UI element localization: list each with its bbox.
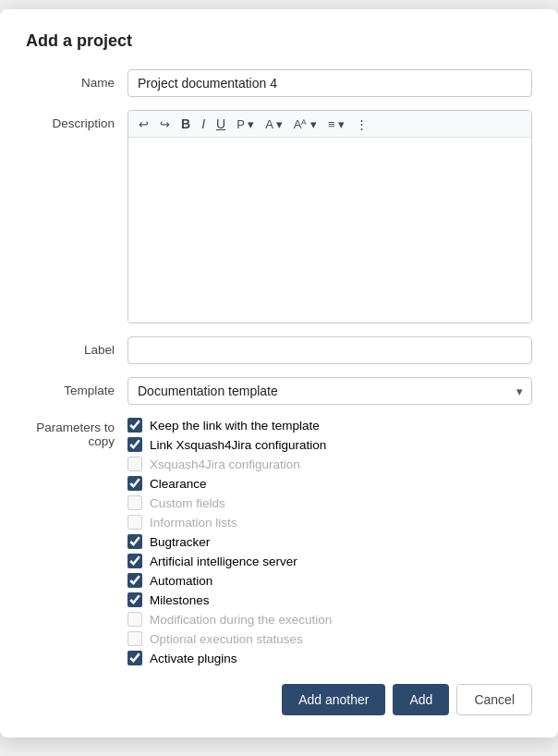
param-item: Information lists	[127, 515, 332, 530]
font-size-button[interactable]: Aᴬ ▾	[289, 116, 321, 133]
param-label-xsquash_config: Xsquash4Jira configuration	[150, 457, 300, 471]
font-color-button[interactable]: A ▾	[261, 116, 287, 133]
param-label-keep_link[interactable]: Keep the link with the template	[150, 419, 320, 433]
name-field-wrapper	[127, 69, 532, 97]
param-checkbox-xsquash_config	[127, 457, 142, 471]
param-label-activate_plugins[interactable]: Activate plugins	[150, 652, 237, 665]
param-label-bugtracker[interactable]: Bugtracker	[150, 535, 210, 549]
param-checkbox-link_xsquash[interactable]	[127, 437, 142, 452]
param-label-automation[interactable]: Automation	[150, 574, 212, 588]
bold-button[interactable]: B	[176, 115, 195, 133]
param-checkbox-custom_fields	[127, 495, 142, 510]
redo-button[interactable]: ↪	[155, 116, 175, 133]
template-select[interactable]: Documentation template Default template …	[127, 377, 532, 405]
param-checkbox-automation[interactable]	[127, 573, 142, 588]
params-list: Keep the link with the templateLink Xsqu…	[127, 418, 332, 665]
name-input[interactable]	[127, 69, 532, 97]
param-checkbox-milestones[interactable]	[127, 592, 142, 607]
italic-button[interactable]: I	[197, 115, 210, 133]
undo-button[interactable]: ↩	[134, 116, 153, 133]
paragraph-icon: P ▾	[237, 117, 254, 131]
param-checkbox-ai_server[interactable]	[127, 554, 142, 568]
description-label: Description	[26, 110, 127, 130]
param-checkbox-activate_plugins[interactable]	[127, 651, 142, 665]
add-project-dialog: Add a project Name Description ↩ ↪ B I U…	[0, 9, 558, 738]
editor-toolbar: ↩ ↪ B I U P ▾ A ▾ Aᴬ ▾ ≡ ▾	[128, 111, 531, 138]
more-button[interactable]: ⋮	[351, 116, 372, 133]
param-item: Activate plugins	[127, 651, 332, 665]
param-label-milestones[interactable]: Milestones	[150, 593, 210, 607]
param-label-link_xsquash[interactable]: Link Xsquash4Jira configuration	[150, 438, 326, 452]
font-color-icon: A ▾	[265, 117, 283, 131]
param-item: Custom fields	[127, 495, 332, 510]
param-item: Modification during the execution	[127, 612, 332, 627]
param-checkbox-keep_link[interactable]	[127, 418, 142, 433]
underline-button[interactable]: U	[212, 115, 230, 133]
name-row: Name	[26, 69, 532, 97]
param-item: Keep the link with the template	[127, 418, 332, 433]
label-label: Label	[26, 336, 127, 357]
template-dropdown-wrapper: Documentation template Default template …	[127, 377, 532, 405]
label-input[interactable]	[127, 336, 532, 364]
param-checkbox-bugtracker[interactable]	[127, 534, 142, 549]
param-item: Optional execution statuses	[127, 631, 332, 646]
param-item: Link Xsquash4Jira configuration	[127, 437, 332, 452]
param-checkbox-information_lists	[127, 515, 142, 530]
template-row: Template Documentation template Default …	[26, 377, 532, 405]
cancel-button[interactable]: Cancel	[456, 684, 532, 715]
description-editor: ↩ ↪ B I U P ▾ A ▾ Aᴬ ▾ ≡ ▾	[127, 110, 532, 323]
name-label: Name	[26, 69, 127, 90]
params-label: Parameters to copy	[26, 418, 127, 448]
add-button[interactable]: Add	[393, 684, 449, 715]
param-label-clearance[interactable]: Clearance	[150, 477, 207, 491]
label-field-wrapper	[127, 336, 532, 364]
list-icon: ≡ ▾	[328, 117, 345, 131]
font-size-icon: Aᴬ ▾	[294, 117, 317, 131]
description-body[interactable]	[128, 138, 531, 323]
param-item: Milestones	[127, 592, 332, 607]
list-button[interactable]: ≡ ▾	[323, 116, 349, 133]
dialog-footer: Add another Add Cancel	[26, 684, 532, 715]
param-item: Bugtracker	[127, 534, 332, 549]
editor-wrapper: ↩ ↪ B I U P ▾ A ▾ Aᴬ ▾ ≡ ▾	[127, 110, 532, 323]
params-section: Parameters to copy Keep the link with th…	[26, 418, 532, 665]
add-another-button[interactable]: Add another	[282, 684, 385, 715]
param-label-modification_execution: Modification during the execution	[150, 613, 332, 627]
param-checkbox-optional_statuses	[127, 631, 142, 646]
paragraph-button[interactable]: P ▾	[232, 116, 259, 133]
dialog-title: Add a project	[26, 31, 532, 51]
param-label-information_lists: Information lists	[150, 516, 237, 530]
param-label-ai_server[interactable]: Artificial intelligence server	[150, 555, 297, 568]
label-row: Label	[26, 336, 532, 364]
template-select-wrapper: Documentation template Default template …	[127, 377, 532, 405]
param-item: Artificial intelligence server	[127, 554, 332, 568]
param-label-custom_fields: Custom fields	[150, 496, 225, 510]
template-label: Template	[26, 377, 127, 397]
param-checkbox-clearance[interactable]	[127, 476, 142, 491]
param-item: Xsquash4Jira configuration	[127, 457, 332, 471]
description-row: Description ↩ ↪ B I U P ▾ A ▾ Aᴬ ▾	[26, 110, 532, 323]
param-item: Automation	[127, 573, 332, 588]
param-item: Clearance	[127, 476, 332, 491]
param-checkbox-modification_execution	[127, 612, 142, 627]
param-label-optional_statuses: Optional execution statuses	[150, 632, 303, 646]
